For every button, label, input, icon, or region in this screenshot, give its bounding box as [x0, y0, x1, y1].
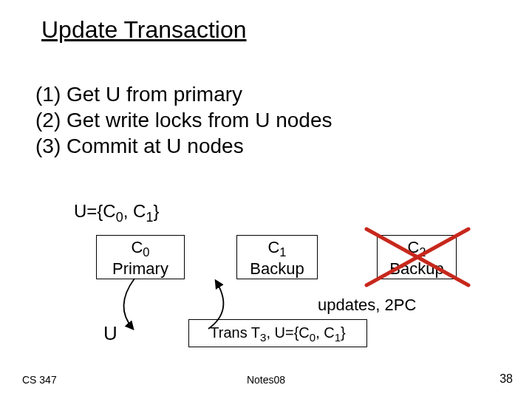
footer-notes: Notes08 [0, 374, 532, 386]
step-1: (1) Get U from primary [35, 81, 332, 107]
node-c1-prefix: C [267, 238, 279, 256]
node-c2-role: Backup [378, 259, 456, 278]
node-c0-name: C0 [97, 238, 184, 259]
trans-mid2: , C [316, 324, 335, 341]
node-c2-backup: C2 Backup [377, 235, 457, 279]
node-c0-sub: 0 [143, 245, 149, 259]
updates-2pc-label: updates, 2PC [318, 296, 416, 315]
node-c0-primary: C0 Primary [96, 235, 185, 279]
node-c1-sub: 1 [279, 245, 286, 259]
trans-sub1: 1 [335, 331, 341, 344]
step-3: (3) Commit at U nodes [35, 133, 332, 159]
node-c2-sub: 2 [419, 245, 426, 259]
trans-prefix: Trans T [210, 324, 260, 341]
node-c1-name: C1 [237, 238, 317, 259]
u-set-definition: U={C0, C1} [74, 201, 159, 225]
node-c1-backup: C1 Backup [236, 235, 318, 279]
uset-sub1: 1 [146, 210, 153, 225]
uset-text2: , C [123, 201, 146, 221]
u-label: U [103, 322, 117, 345]
trans-suffix: } [341, 324, 346, 341]
step-2: (2) Get write locks from U nodes [35, 107, 332, 133]
footer-page-number: 38 [499, 372, 513, 386]
uset-text: U={C [74, 201, 116, 221]
uset-sub0: 0 [116, 210, 123, 225]
slide: Update Transaction (1) Get U from primar… [0, 0, 532, 399]
page-title: Update Transaction [41, 16, 247, 44]
node-c0-role: Primary [97, 259, 184, 278]
node-c2-prefix: C [407, 238, 419, 256]
node-c0-prefix: C [131, 238, 143, 256]
node-c2-name: C2 [378, 238, 456, 259]
trans-mid: , U={C [266, 324, 309, 341]
steps-list: (1) Get U from primary (2) Get write loc… [35, 81, 332, 159]
uset-text3: } [153, 201, 159, 221]
trans-sub0: 0 [310, 331, 316, 344]
transaction-box: Trans T3, U={C0, C1} [188, 319, 367, 347]
node-c1-role: Backup [237, 259, 317, 278]
